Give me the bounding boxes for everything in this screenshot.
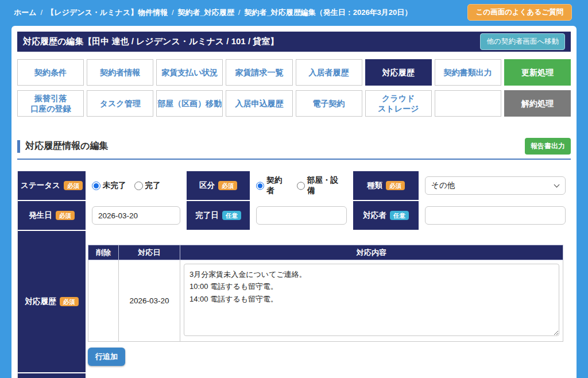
history-table: 削除 対応日 対応内容 2026-03-20 3月分家賃未入金についてご連絡。 … <box>88 245 563 342</box>
required-badge: 必須 <box>64 181 83 191</box>
form-row-dates: 発生日 必須 完了日 任意 対応者 任意 <box>18 201 571 230</box>
kind-select[interactable]: その他 <box>425 176 566 195</box>
history-table-header-row: 削除 対応日 対応内容 <box>88 245 563 260</box>
optional-badge: 任意 <box>222 211 241 221</box>
breadcrumb-home[interactable]: ホーム <box>14 8 37 17</box>
response-date-cell: 2026-03-20 <box>119 260 180 342</box>
history-cell: 削除 対応日 対応内容 2026-03-20 3月分家賃未入金についてご連絡。 … <box>87 231 571 372</box>
required-badge: 必須 <box>386 181 405 191</box>
attachments-label <box>18 373 86 378</box>
tab-rent-billing-list[interactable]: 家賃請求一覧 <box>226 59 292 86</box>
optional-badge: 任意 <box>390 211 409 221</box>
tab-correspondence-history[interactable]: 対応履歴 <box>365 59 432 86</box>
tab-cloud-storage[interactable]: クラウド ストレージ <box>365 90 432 117</box>
response-content-cell: 3月分家賃未入金についてご連絡。 10:00 電話するも留守電。 14:00 電… <box>180 260 563 342</box>
breadcrumb-separator: / <box>41 8 43 17</box>
handler-label: 対応者 任意 <box>353 201 419 230</box>
section-title: 対応履歴情報の編集 <box>25 140 108 152</box>
status-radio-incomplete[interactable] <box>92 182 100 190</box>
breadcrumb-current-page: 契約者_対応履歴編集（発生日：2026年3月20日） <box>244 8 412 17</box>
category-radio-group: 契約者 部屋・設備 <box>251 171 352 200</box>
tab-contract-docs-output[interactable]: 契約書類出力 <box>435 59 501 86</box>
tab-contract-terms[interactable]: 契約条件 <box>17 59 84 86</box>
tab-task-management[interactable]: タスク管理 <box>87 90 153 117</box>
response-content-textarea[interactable]: 3月分家賃未入金についてご連絡。 10:00 電話するも留守電。 14:00 電… <box>184 264 559 336</box>
column-header-date: 対応日 <box>119 245 180 260</box>
tab-rent-payment-status[interactable]: 家賃支払い状況 <box>156 59 223 86</box>
report-output-button[interactable]: 報告書出力 <box>525 138 571 155</box>
tab-navigation: 契約条件 契約者情報 家賃支払い状況 家賃請求一覧 入居者履歴 対応履歴 契約書… <box>17 59 571 117</box>
tab-cancellation-process[interactable]: 解約処理 <box>504 90 571 117</box>
column-header-content: 対応内容 <box>180 245 563 260</box>
tab-resident-history[interactable]: 入居者履歴 <box>296 59 362 86</box>
required-badge: 必須 <box>218 181 237 191</box>
form-row-history: 対応履歴 必須 削除 対応日 対応内容 <box>18 231 571 372</box>
complete-date-input[interactable] <box>256 206 347 225</box>
status-radio-group: 未完了 完了 <box>87 171 185 200</box>
attachments-note-cell: 画像や付属品は「クラウドストレージ」ページからアップロードしてください <box>87 373 571 378</box>
complete-date-cell <box>251 201 352 230</box>
status-option-complete[interactable]: 完了 <box>134 180 161 191</box>
form-row-status: ステータス 必須 未完了 完了 区分 必須 契約者 <box>18 171 571 200</box>
section-accent-bar <box>17 140 20 153</box>
tab-direct-debit-account[interactable]: 振替引落 口座の登録 <box>17 90 84 117</box>
required-badge: 必須 <box>60 297 79 307</box>
breadcrumb-separator: / <box>172 8 174 17</box>
category-option-contractor[interactable]: 契約者 <box>256 175 289 196</box>
breadcrumb-separator: / <box>238 8 241 17</box>
tab-empty-slot <box>435 90 501 117</box>
form-row-attachments: 画像や付属品は「クラウドストレージ」ページからアップロードしてください <box>18 373 571 378</box>
required-badge: 必須 <box>56 211 75 221</box>
tab-contractor-info[interactable]: 契約者情報 <box>87 59 153 86</box>
move-to-other-contractor-button[interactable]: 他の契約者画面へ移動 <box>480 33 565 50</box>
category-radio-contractor[interactable] <box>256 182 264 190</box>
edit-form: ステータス 必須 未完了 完了 区分 必須 契約者 <box>17 171 571 378</box>
delete-cell <box>88 260 119 342</box>
occur-date-cell <box>87 201 185 230</box>
complete-date-label: 完了日 任意 <box>187 201 250 230</box>
tab-room-move[interactable]: 部屋（区画）移動 <box>156 90 223 117</box>
page-header: 対応履歴の編集【田中 達也 / レジデンス・ルミナス / 101 / 貸室】 他… <box>17 32 571 52</box>
section-header: 対応履歴情報の編集 報告書出力 <box>17 138 571 160</box>
column-header-delete: 削除 <box>88 245 119 260</box>
breadcrumb-property[interactable]: 【レジデンス・ルミナス】物件情報 <box>47 8 168 17</box>
add-row-button[interactable]: 行追加 <box>88 348 125 366</box>
tab-application-history[interactable]: 入居申込履歴 <box>226 90 292 117</box>
history-table-row: 2026-03-20 3月分家賃未入金についてご連絡。 10:00 電話するも留… <box>88 260 563 342</box>
kind-label: 種類 必須 <box>353 171 419 200</box>
category-radio-room-equipment[interactable] <box>297 182 305 190</box>
faq-button[interactable]: この画面のよくあるご質問 <box>467 4 572 21</box>
history-label: 対応履歴 必須 <box>18 231 86 372</box>
page-title: 対応履歴の編集【田中 達也 / レジデンス・ルミナス / 101 / 貸室】 <box>23 36 278 47</box>
category-option-room-equipment[interactable]: 部屋・設備 <box>297 175 344 196</box>
handler-input[interactable] <box>425 206 566 225</box>
status-label: ステータス 必須 <box>18 171 86 200</box>
occur-date-input[interactable] <box>92 206 180 225</box>
tab-renewal-process[interactable]: 更新処理 <box>504 59 571 86</box>
tab-e-contract[interactable]: 電子契約 <box>296 90 362 117</box>
content-card: 対応履歴の編集【田中 達也 / レジデンス・ルミナス / 101 / 貸室】 他… <box>11 26 577 378</box>
category-label: 区分 必須 <box>187 171 250 200</box>
status-option-incomplete[interactable]: 未完了 <box>92 180 126 191</box>
handler-cell <box>420 201 571 230</box>
kind-cell: その他 <box>420 171 571 200</box>
occur-date-label: 発生日 必須 <box>18 201 86 230</box>
breadcrumb-history-list[interactable]: 契約者_対応履歴 <box>178 8 234 17</box>
status-radio-complete[interactable] <box>134 182 143 190</box>
